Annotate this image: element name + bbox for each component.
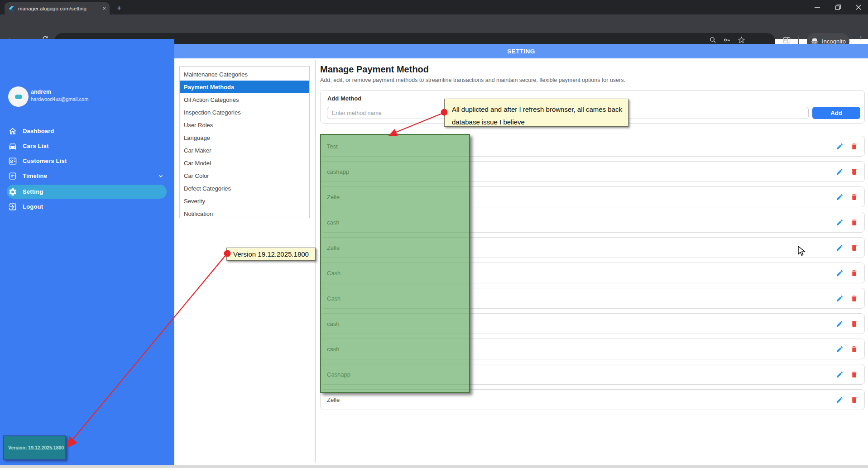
sidebar-item-timeline[interactable]: Timeline [0, 168, 174, 183]
delete-button[interactable] [850, 370, 858, 378]
sidebar-item-label: Cars List [23, 143, 48, 149]
edit-button[interactable] [835, 269, 844, 277]
category-item-label: Maintenance Categories [184, 71, 248, 78]
delete-button[interactable] [850, 396, 858, 404]
tab-title: manager.alugago.com/setting [18, 6, 100, 11]
category-item[interactable]: Inspection Categories [180, 106, 309, 119]
category-item[interactable]: Language [180, 131, 309, 144]
edit-button[interactable] [835, 370, 844, 378]
add-method-label: Add Method [327, 95, 361, 102]
chevron-down-icon[interactable] [157, 172, 164, 180]
category-item[interactable]: Severity [180, 195, 309, 207]
mouse-cursor [797, 246, 807, 257]
delete-trash-icon [850, 295, 858, 302]
delete-trash-icon [850, 168, 858, 176]
category-item-label: Notification [184, 210, 213, 217]
page-scrollbar-track[interactable] [0, 465, 868, 468]
sidebar-item-logout[interactable]: Logout [0, 199, 174, 214]
avatar[interactable] [8, 86, 29, 107]
edit-pencil-icon [836, 244, 844, 252]
annotation-note-version: Version 19.12.2025.1800 [226, 248, 316, 261]
edit-button[interactable] [835, 167, 844, 176]
password-key-icon[interactable] [723, 36, 731, 44]
category-item[interactable]: Car Color [180, 169, 309, 182]
delete-button[interactable] [850, 218, 858, 226]
browser-titlebar: manager.alugago.com/setting × + [0, 0, 868, 14]
section-subtitle: Add, edit, or remove payment methods to … [320, 77, 625, 83]
sidebar-item-label: Dashboard [23, 128, 54, 134]
app-version-text: Version: 19.12.2025.1800 [4, 445, 64, 450]
category-item-label: Inspection Categories [184, 109, 241, 116]
sidebar-item-setting[interactable]: Setting [0, 184, 174, 199]
delete-trash-icon [850, 244, 858, 252]
category-item-label: Car Model [184, 160, 211, 167]
edit-pencil-icon [836, 168, 844, 176]
delete-button[interactable] [850, 167, 858, 176]
category-item[interactable]: User Roles [180, 119, 309, 131]
payment-method-name: Zelle [327, 396, 835, 403]
bookmark-star-icon[interactable] [738, 36, 745, 44]
restore-icon [835, 5, 841, 10]
category-item-label: Oil Action Categories [184, 96, 239, 103]
sidebar-item-customers-list[interactable]: Customers List [0, 153, 174, 168]
delete-button[interactable] [850, 320, 858, 328]
delete-button[interactable] [850, 345, 858, 353]
edit-button[interactable] [835, 142, 844, 150]
settings-category-list: Maintenance Categories Payment Methods O… [179, 66, 310, 218]
sidebar-item-dashboard[interactable]: Dashboard [0, 124, 174, 138]
category-item[interactable]: Maintenance Categories [180, 68, 309, 81]
category-item[interactable]: Oil Action Categories [180, 93, 309, 106]
flutter-favicon-icon [8, 5, 14, 12]
zoom-icon[interactable] [709, 36, 717, 44]
delete-button[interactable] [850, 269, 858, 277]
edit-button[interactable] [835, 294, 844, 302]
delete-trash-icon [850, 143, 858, 150]
delete-trash-icon [850, 219, 858, 226]
edit-button[interactable] [835, 396, 844, 404]
delete-button[interactable] [850, 244, 858, 252]
delete-trash-icon [850, 193, 858, 201]
logout-icon [8, 202, 17, 211]
category-item[interactable]: Notification [180, 207, 309, 220]
edit-pencil-icon [836, 143, 844, 150]
settings-gear-icon [8, 187, 17, 196]
browser-tab[interactable]: manager.alugago.com/setting × [5, 2, 110, 14]
category-item-label: Payment Methods [184, 84, 234, 91]
edit-pencil-icon [836, 295, 844, 302]
window-minimize-button[interactable] [808, 0, 827, 14]
page-header-bar: SETTING [174, 44, 868, 58]
browser-menu-button[interactable]: ⋮ [857, 35, 864, 43]
window-restore-button[interactable] [829, 0, 848, 14]
edit-button[interactable] [835, 244, 844, 252]
section-title: Manage Payment Method [320, 64, 429, 75]
window-close-button[interactable] [849, 0, 868, 14]
edit-pencil-icon [836, 320, 844, 328]
delete-button[interactable] [850, 294, 858, 302]
sidebar-item-label: Timeline [23, 172, 47, 179]
category-item-label: Severity [184, 198, 205, 205]
delete-button[interactable] [850, 193, 858, 201]
note-line: All duplicted and after I refresh browns… [452, 103, 628, 116]
category-item[interactable]: Car Model [180, 157, 309, 169]
edit-button[interactable] [835, 320, 844, 328]
category-item-label: Car Maker [184, 147, 211, 154]
delete-button[interactable] [850, 142, 858, 150]
new-tab-button[interactable]: + [117, 4, 121, 13]
edit-button[interactable] [835, 193, 844, 201]
category-item[interactable]: Car Maker [180, 144, 309, 157]
sidebar-item-cars-list[interactable]: Cars List [0, 138, 174, 153]
app-version-badge: Version: 19.12.2025.1800 [3, 435, 66, 460]
category-item-label: Car Color [184, 172, 209, 179]
tab-close-icon[interactable]: × [102, 5, 106, 12]
edit-pencil-icon [836, 269, 844, 277]
add-button[interactable]: Add [812, 107, 860, 119]
category-item-label: Language [184, 134, 210, 141]
category-item[interactable]: Defect Categories [180, 182, 309, 195]
close-icon [856, 5, 861, 10]
edit-pencil-icon [836, 396, 844, 404]
edit-button[interactable] [835, 345, 844, 353]
side-panel-search-icon[interactable] [782, 36, 791, 44]
home-icon [8, 127, 17, 136]
category-item[interactable]: Payment Methods [180, 81, 309, 93]
edit-button[interactable] [835, 218, 844, 226]
